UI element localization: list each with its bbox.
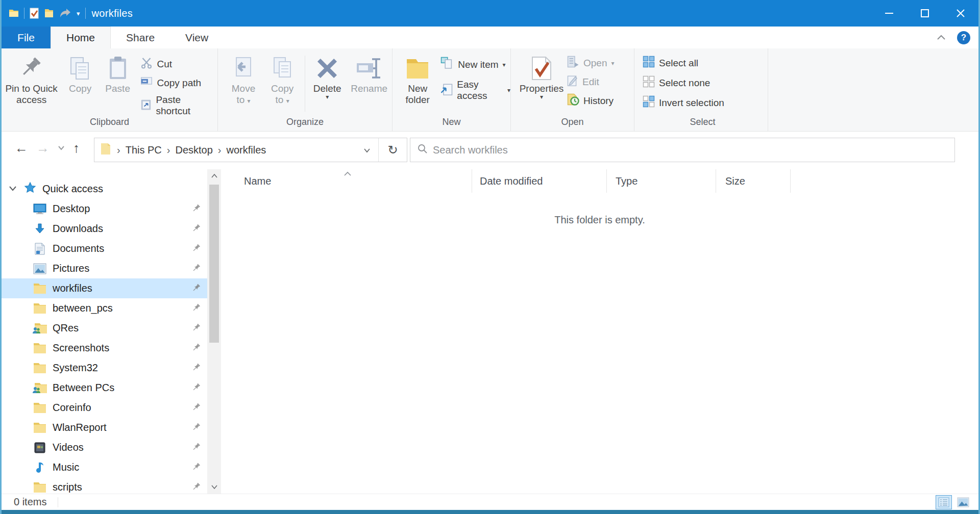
sidebar-item-downloads[interactable]: Downloads (2, 219, 207, 239)
edit-button[interactable]: Edit (567, 74, 615, 89)
copy-path-button[interactable]: Copy path (140, 76, 217, 90)
rename-button[interactable]: Rename (346, 52, 392, 94)
open-label: Open (583, 58, 607, 69)
qat-new-folder-icon[interactable] (44, 8, 54, 18)
paste-button[interactable]: Paste (99, 52, 137, 94)
breadcrumb-desktop[interactable]: Desktop (175, 144, 212, 156)
breadcrumb: › This PC › Desktop › workfiles (94, 142, 356, 158)
videos-icon (32, 442, 47, 454)
qat-share-icon[interactable] (59, 8, 71, 18)
sidebar-item-wlanreport[interactable]: WlanReport (2, 418, 207, 438)
search-box[interactable] (410, 138, 955, 162)
breadcrumb-this-pc[interactable]: This PC (126, 144, 162, 156)
up-button[interactable]: ↑ (73, 141, 80, 155)
copy-to-button[interactable]: Copy to ▾ (263, 52, 302, 106)
large-icons-view-button[interactable] (955, 495, 971, 509)
refresh-button[interactable]: ↻ (378, 138, 407, 162)
explorer-folder-icon[interactable] (9, 9, 19, 18)
paste-shortcut-button[interactable]: Paste shortcut (140, 94, 217, 117)
sidebar-item-between-pcs-folder[interactable]: between_pcs (2, 298, 207, 318)
pin-icon[interactable] (192, 204, 201, 215)
sidebar-item-screenshots[interactable]: Screenshots (2, 338, 207, 358)
scroll-up-icon[interactable] (207, 169, 221, 183)
column-header-date-modified[interactable]: Date modified (472, 169, 607, 193)
invert-selection-button[interactable]: Invert selection (643, 95, 724, 110)
properties-button[interactable]: Properties ▾ (516, 52, 567, 99)
qat-properties-icon[interactable] (30, 8, 39, 19)
cut-button[interactable]: Cut (140, 57, 217, 71)
breadcrumb-current-folder[interactable]: workfiles (227, 144, 266, 156)
select-none-button[interactable]: Select none (643, 75, 724, 90)
scroll-down-icon[interactable] (207, 480, 221, 494)
back-button[interactable]: ← (15, 141, 28, 155)
sidebar-item-scripts-partial[interactable]: scripts (2, 477, 207, 494)
search-input[interactable] (433, 144, 954, 156)
tab-file[interactable]: File (2, 27, 51, 48)
new-folder-button[interactable]: New folder (397, 52, 438, 106)
pin-icon[interactable] (192, 284, 201, 295)
pin-icon[interactable] (192, 482, 201, 494)
pin-to-quick-access-button[interactable]: Pin to Quick access (2, 52, 61, 106)
delete-button[interactable]: Delete ▾ (308, 52, 346, 99)
sidebar-item-workfiles[interactable]: workfiles (2, 278, 207, 298)
status-bar: 0 items (2, 494, 978, 510)
sidebar-item-qres[interactable]: QRes (2, 318, 207, 338)
new-item-button[interactable]: New item ▾ (440, 57, 510, 72)
sidebar-item-between-pcs-shared[interactable]: Between PCs (2, 378, 207, 398)
pin-icon[interactable] (192, 403, 201, 414)
sidebar-item-videos[interactable]: Videos (2, 438, 207, 457)
move-to-button[interactable]: Move to ▾ (224, 52, 263, 106)
pin-icon[interactable] (192, 224, 201, 235)
sidebar-item-label: Between PCs (53, 382, 114, 394)
copy-button[interactable]: Copy (61, 52, 99, 94)
pin-icon[interactable] (192, 462, 201, 474)
sidebar-item-label: Music (53, 461, 79, 473)
pin-icon[interactable] (192, 383, 201, 394)
sidebar-item-pictures[interactable]: Pictures (2, 259, 207, 278)
scrollbar-thumb[interactable] (209, 185, 219, 343)
column-header-size[interactable]: Size (716, 169, 791, 193)
qat-caret-icon[interactable]: ▾ (77, 10, 80, 17)
address-bar[interactable]: › This PC › Desktop › workfiles ↻ (94, 138, 407, 162)
sidebar-item-music[interactable]: Music (2, 457, 207, 477)
pin-icon[interactable] (192, 303, 201, 315)
details-view-button[interactable] (936, 495, 952, 509)
column-header-type[interactable]: Type (607, 169, 716, 193)
sidebar-item-desktop[interactable]: Desktop (2, 199, 207, 219)
maximize-button[interactable] (907, 0, 943, 27)
quick-access-label: Quick access (42, 183, 103, 195)
tab-home[interactable]: Home (51, 27, 111, 48)
close-button[interactable] (943, 0, 978, 27)
pin-icon[interactable] (192, 343, 201, 354)
minimize-button[interactable] (871, 0, 907, 27)
expand-chevron-icon[interactable] (9, 184, 17, 193)
group-label-open: Open (511, 117, 634, 131)
tab-view[interactable]: View (170, 27, 224, 48)
pin-icon[interactable] (192, 423, 201, 434)
pin-icon[interactable] (192, 244, 201, 255)
pin-icon[interactable] (192, 443, 201, 454)
history-button[interactable]: History (567, 93, 615, 108)
minimize-ribbon-icon[interactable] (937, 33, 946, 42)
help-icon[interactable]: ? (957, 31, 970, 44)
sidebar-scrollbar[interactable] (207, 169, 221, 494)
forward-button[interactable]: → (36, 141, 50, 155)
open-button[interactable]: Open ▾ (567, 56, 615, 70)
sidebar-item-quick-access[interactable]: Quick access (2, 178, 207, 199)
pin-icon[interactable] (192, 363, 201, 374)
new-item-caret-icon: ▾ (503, 62, 506, 67)
breadcrumb-chevron-icon: › (167, 144, 170, 156)
recent-locations-chevron-icon[interactable] (58, 143, 65, 152)
sidebar-item-coreinfo[interactable]: Coreinfo (2, 398, 207, 418)
select-all-button[interactable]: Select all (643, 56, 724, 70)
group-label-organize: Organize (218, 117, 392, 131)
ribbon-group-select: Select all Select none Invert selection … (634, 48, 768, 131)
address-dropdown-chevron-icon[interactable] (356, 146, 378, 155)
tab-share[interactable]: Share (111, 27, 170, 48)
move-to-icon (232, 54, 255, 83)
sidebar-item-documents[interactable]: Documents (2, 239, 207, 259)
easy-access-button[interactable]: Easy access ▾ (440, 79, 510, 101)
pin-icon[interactable] (192, 264, 201, 275)
sidebar-item-system32[interactable]: System32 (2, 358, 207, 378)
pin-icon[interactable] (192, 323, 201, 335)
